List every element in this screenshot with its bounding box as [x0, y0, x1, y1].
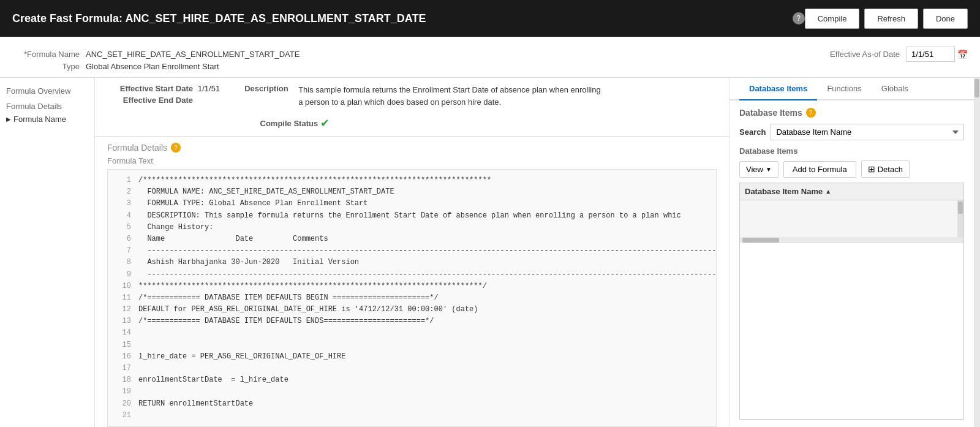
nav-formula-name-label: Formula Name	[13, 115, 66, 124]
formula-name-value: ANC_SET_HIRE_DATE_AS_ENROLLMENT_START_DA…	[86, 50, 300, 59]
line-number: 12	[113, 304, 131, 316]
formula-details-help-icon[interactable]: ?	[171, 143, 181, 153]
formula-code: 1/**************************************…	[107, 169, 717, 427]
effective-start-value: 1/1/51	[198, 84, 220, 93]
line-number: 2	[113, 186, 131, 198]
help-icon[interactable]: ?	[793, 12, 805, 25]
db-items-title-row: Database Items ?	[739, 108, 964, 118]
line-number: 20	[113, 398, 131, 410]
page-title: Create Fast Formula: ANC_SET_HIRE_DATE_A…	[12, 12, 789, 25]
line-content: /*============ DATABASE ITEM DEFAULTS EN…	[138, 316, 711, 327]
table-row: 14	[113, 327, 711, 339]
formula-details-section: Formula Details ? Formula Text 1/*******…	[95, 137, 729, 427]
line-number: 3	[113, 198, 131, 210]
table-row: 1/**************************************…	[113, 175, 711, 186]
nav-overview-title: Formula Overview	[6, 86, 88, 96]
page-vertical-scrollbar[interactable]	[974, 78, 980, 427]
details-section: Effective Start Date 1/1/51 Effective En…	[95, 78, 729, 137]
formula-details-title: Formula Details	[107, 143, 167, 153]
table-row: 15	[113, 339, 711, 351]
description-text: This sample formula returns the Enrollme…	[298, 84, 605, 108]
sort-icon[interactable]: ▲	[825, 188, 831, 195]
line-content: Change History:	[138, 222, 711, 233]
effective-date-section: Effective As-of Date 📅	[830, 47, 968, 62]
detach-button[interactable]: ⊞ Detach	[861, 161, 910, 178]
nav-details-title: Formula Details	[6, 102, 88, 111]
formula-text-section: Formula Text 1/*************************…	[107, 156, 717, 427]
table-row: 20RETURN enrollmentStartDate	[113, 398, 711, 410]
search-row: Search Database Item Name	[739, 124, 964, 140]
table-row: 5 Change History:	[113, 222, 711, 233]
vertical-scroll-thumb	[958, 202, 963, 214]
db-table-body	[740, 200, 963, 237]
line-number: 11	[113, 292, 131, 304]
detach-label: Detach	[878, 165, 903, 174]
search-select[interactable]: Database Item Name	[771, 124, 964, 140]
tabs-bar: Database ItemsFunctionsGlobals	[729, 78, 974, 100]
db-toolbar: View ▼ Add to Formula ⊞ Detach	[739, 161, 964, 178]
line-content: enrollmentStartDate = l_hire_date	[138, 374, 711, 386]
add-to-formula-button[interactable]: Add to Formula	[783, 161, 856, 178]
type-label: Type	[12, 62, 86, 71]
table-row: 8 Ashish Harbhajanka 30-Jun-2020 Initial…	[113, 257, 711, 268]
vertical-scrollbar[interactable]	[957, 200, 963, 237]
refresh-button[interactable]: Refresh	[864, 9, 918, 29]
done-button[interactable]: Done	[923, 9, 968, 29]
table-row: 2 FORMULA NAME: ANC_SET_HIRE_DATE_AS_ENR…	[113, 186, 711, 198]
detach-icon: ⊞	[868, 164, 875, 174]
line-number: 7	[113, 245, 131, 257]
main-content: *Formula Name ANC_SET_HIRE_DATE_AS_ENROL…	[0, 37, 980, 427]
table-row: 6 Name Date Comments	[113, 233, 711, 245]
effective-date-input[interactable]	[906, 47, 955, 62]
nav-formula-name[interactable]: ▶ Formula Name	[6, 113, 88, 125]
table-row: 17	[113, 363, 711, 374]
tab-functions[interactable]: Functions	[817, 78, 871, 100]
effective-start-label: Effective Start Date	[107, 84, 193, 93]
line-number: 19	[113, 386, 131, 398]
formula-name-label: *Formula Name	[12, 50, 86, 59]
line-number: 15	[113, 339, 131, 351]
line-content: /***************************************…	[138, 175, 711, 186]
date-details: Effective Start Date 1/1/51 Effective En…	[107, 84, 220, 130]
description-col: Description This sample formula returns …	[244, 84, 717, 130]
type-value: Global Absence Plan Enrollment Start	[86, 62, 219, 71]
main-body: Formula Overview Formula Details ▶ Formu…	[0, 78, 980, 427]
line-content: ----------------------------------------…	[138, 245, 717, 257]
db-table: Database Item Name ▲	[739, 183, 964, 420]
line-content: FORMULA NAME: ANC_SET_HIRE_DATE_AS_ENROL…	[138, 186, 711, 198]
line-number: 16	[113, 351, 131, 363]
form-top: *Formula Name ANC_SET_HIRE_DATE_AS_ENROL…	[0, 37, 980, 78]
table-row: 19	[113, 386, 711, 398]
compile-button[interactable]: Compile	[805, 9, 860, 29]
tab-database-items[interactable]: Database Items	[739, 78, 817, 100]
db-items-help-icon[interactable]: ?	[806, 108, 816, 118]
page-scroll-thumb	[974, 79, 979, 97]
line-content	[138, 386, 711, 398]
line-number: 9	[113, 269, 131, 281]
tab-globals[interactable]: Globals	[872, 78, 918, 100]
line-number: 14	[113, 327, 131, 339]
db-items-panel: Database Items ? Search Database Item Na…	[729, 100, 974, 427]
compile-status-row: Compile Status ✔	[244, 116, 605, 130]
calendar-icon[interactable]: 📅	[957, 50, 968, 59]
formula-details-header: Formula Details ?	[107, 143, 717, 153]
horizontal-scrollbar[interactable]	[740, 237, 963, 243]
line-number: 4	[113, 210, 131, 222]
line-content: RETURN enrollmentStartDate	[138, 398, 711, 410]
line-content: Name Date Comments	[138, 233, 711, 245]
line-number: 8	[113, 257, 131, 268]
table-row: 4 DESCRIPTION: This sample formula retur…	[113, 210, 711, 222]
line-content: l_hire_date = PER_ASG_REL_ORIGINAL_DATE_…	[138, 351, 711, 363]
table-row: 10**************************************…	[113, 281, 711, 292]
table-row: 16l_hire_date = PER_ASG_REL_ORIGINAL_DAT…	[113, 351, 711, 363]
effective-end-label: Effective End Date	[107, 96, 193, 105]
effective-end-row: Effective End Date	[107, 96, 220, 105]
view-label: View	[746, 165, 763, 174]
line-content	[138, 363, 711, 374]
effective-date-label: Effective As-of Date	[830, 50, 900, 59]
line-content: DEFAULT for PER_ASG_REL_ORIGINAL_DATE_OF…	[138, 304, 711, 316]
line-number: 1	[113, 175, 131, 186]
view-button[interactable]: View ▼	[739, 161, 778, 178]
line-number: 10	[113, 281, 131, 292]
search-label: Search	[739, 127, 766, 137]
